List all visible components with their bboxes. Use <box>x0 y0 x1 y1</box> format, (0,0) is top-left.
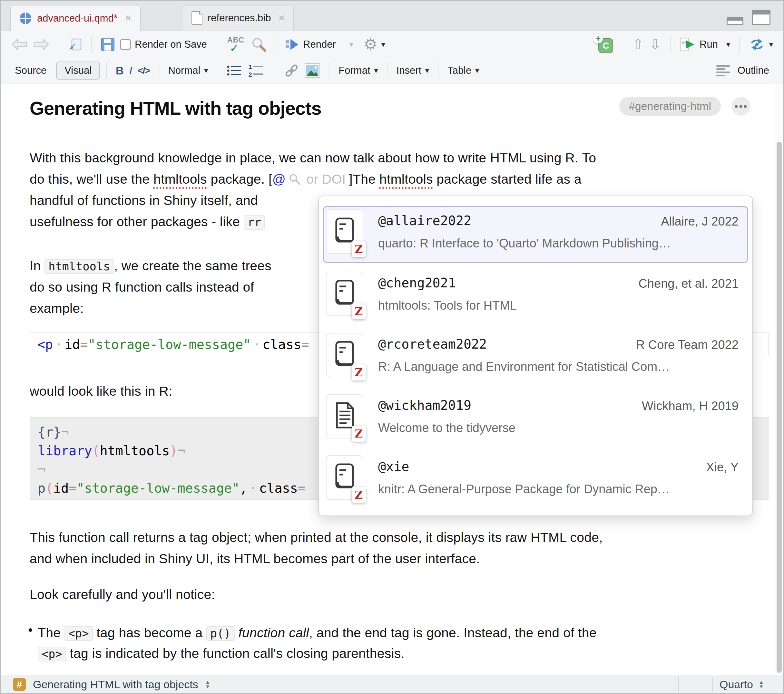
citation-title: htmltools: Tools for HTML <box>378 299 517 312</box>
vertical-scrollbar[interactable] <box>775 84 783 675</box>
format-menu[interactable]: Format ▾ <box>338 65 378 76</box>
insert-menu[interactable]: Insert ▾ <box>397 65 429 76</box>
render-on-save-toggle[interactable]: Render on Save <box>120 39 207 50</box>
text-line: In htmltools, we create the same trees <box>30 255 272 276</box>
citation-author: Wickham, H 2019 <box>642 399 738 413</box>
save-icon <box>100 37 115 51</box>
source-mode-button[interactable]: Source <box>15 65 46 76</box>
citation-item-rcoreteam2022[interactable]: Z @rcoreteam2022 R Core Team 2022 R: A L… <box>324 330 747 386</box>
text-line: and when included in Shiny UI, its HTML … <box>30 548 603 569</box>
italic-button[interactable]: I <box>129 64 132 77</box>
book-icon: Z <box>326 209 363 254</box>
bullet-list-button[interactable] <box>226 64 243 77</box>
zotero-badge: Z <box>352 426 366 442</box>
insert-link-button[interactable] <box>283 63 300 78</box>
document-mode-selector[interactable]: Quarto ▲▼ <box>720 675 764 693</box>
popout-button[interactable] <box>68 38 82 51</box>
close-icon[interactable]: ✕ <box>125 13 132 23</box>
link-icon <box>283 63 300 78</box>
inline-code: p() <box>206 626 235 641</box>
document-editor[interactable]: Generating HTML with tag objects #genera… <box>1 84 783 675</box>
citation-author: Cheng, et al. 2021 <box>638 277 738 291</box>
document-heading[interactable]: Generating HTML with tag objects <box>30 97 321 119</box>
tab-advanced-ui-qmd[interactable]: advanced-ui.qmd* ✕ <box>10 5 140 31</box>
scrollbar-thumb[interactable] <box>777 142 782 673</box>
chevron-down-icon[interactable]: ▾ <box>769 41 773 48</box>
citation-item-allaire2022[interactable]: Z @allaire2022 Allaire, J 2022 quarto: R… <box>324 207 747 262</box>
jump-previous-button[interactable]: ⇧ <box>632 37 644 51</box>
close-icon[interactable]: ✕ <box>278 13 285 23</box>
citation-item-wickham2019[interactable]: Z @wickham2019 Wickham, H 2019 Welcome t… <box>324 391 747 447</box>
citation-key: @wickham2019 <box>378 398 471 413</box>
code-format-button[interactable]: </> <box>138 65 150 76</box>
quarto-file-icon <box>19 12 32 25</box>
paragraph-r-intro[interactable]: would look like this in R: <box>30 380 173 402</box>
citation-author: Xie, Y <box>706 460 738 474</box>
visual-mode-button[interactable]: Visual <box>56 61 100 80</box>
tab-label: advanced-ui.qmd* <box>37 13 118 24</box>
citation-key: @allaire2022 <box>378 213 471 228</box>
heading-options-button[interactable]: ●●● <box>732 97 751 116</box>
render-settings-button[interactable]: ⚙ ▾ <box>364 37 385 52</box>
render-label: Render <box>303 39 336 50</box>
status-bar: # Generating HTML with tag objects ▲▼ Qu… <box>1 675 783 693</box>
run-button[interactable]: Run ▾ <box>680 37 730 51</box>
statusbar-divider <box>678 677 679 692</box>
tab-label: references.bib <box>208 12 271 24</box>
find-button[interactable] <box>251 37 267 52</box>
zotero-badge: Z <box>352 303 366 319</box>
heading-anchor-badge: #generating-html <box>619 97 721 116</box>
numbered-list-icon: 12 <box>248 64 265 77</box>
chevron-down-icon[interactable]: ▾ <box>349 41 353 48</box>
chevron-down-icon[interactable]: ▾ <box>726 41 730 48</box>
text-line: Look carefully and you'll notice: <box>30 584 215 605</box>
maximize-icon[interactable] <box>752 10 771 25</box>
inline-code: rr <box>244 215 265 230</box>
insert-image-button[interactable] <box>305 63 320 78</box>
render-on-save-checkbox[interactable] <box>120 39 131 50</box>
citation-author: Allaire, J 2022 <box>661 215 738 229</box>
save-button[interactable] <box>100 37 115 51</box>
search-icon <box>251 37 267 52</box>
zotero-badge: Z <box>352 487 366 503</box>
bold-button[interactable]: B <box>116 64 124 77</box>
back-arrow-icon <box>11 38 28 51</box>
down-arrow-icon: ⇩ <box>649 37 661 51</box>
insert-chunk-button[interactable]: C + <box>593 35 614 54</box>
paragraph-style-dropdown[interactable]: Normal ▾ <box>168 65 208 76</box>
source-rerun-button[interactable]: ▾ <box>749 38 773 51</box>
bullet-marker: • <box>28 622 33 638</box>
chevron-down-icon: ▾ <box>374 67 378 74</box>
section-updown-icon[interactable]: ▲▼ <box>205 680 210 689</box>
sync-arrows-icon <box>749 38 765 51</box>
misspelled-word: htmltools <box>379 172 433 187</box>
chevron-down-icon: ▾ <box>475 67 479 74</box>
paragraph-3[interactable]: This function call returns a tag object;… <box>30 527 603 569</box>
minimize-icon[interactable] <box>726 17 743 25</box>
jump-next-button[interactable]: ⇩ <box>649 37 661 51</box>
render-on-save-label: Render on Save <box>135 39 207 50</box>
popout-icon <box>68 38 82 51</box>
editor-tab-bar: advanced-ui.qmd* ✕ references.bib ✕ <box>1 1 783 31</box>
paragraph-2[interactable]: In htmltools, we create the same trees d… <box>30 255 272 319</box>
render-icon <box>285 38 299 51</box>
citation-title: Welcome to the tidyverse <box>378 421 516 435</box>
citation-marker: @ <box>272 172 286 187</box>
numbered-list-button[interactable]: 12 <box>248 64 265 77</box>
outline-toggle-button[interactable]: Outline <box>716 65 769 76</box>
tab-references-bib[interactable]: references.bib ✕ <box>183 5 294 31</box>
spellcheck-button[interactable]: ABC ✓ <box>225 36 246 53</box>
render-button[interactable]: Render ▾ <box>285 38 353 51</box>
back-button[interactable] <box>11 38 28 51</box>
citation-item-cheng2021[interactable]: Z @cheng2021 Cheng, et al. 2021 htmltool… <box>324 269 747 324</box>
table-menu[interactable]: Table ▾ <box>448 65 479 76</box>
chevron-down-icon: ▾ <box>425 67 429 74</box>
paragraph-4[interactable]: Look carefully and you'll notice: <box>30 584 215 605</box>
forward-button[interactable] <box>33 38 49 51</box>
citation-item-xie[interactable]: Z @xie Xie, Y knitr: A General-Purpose P… <box>324 453 747 508</box>
mode-updown-icon: ▲▼ <box>759 680 764 689</box>
file-icon <box>191 11 203 25</box>
citation-search-icon <box>289 170 300 191</box>
current-section-selector[interactable]: Generating HTML with tag objects <box>33 678 198 691</box>
statusbar-divider <box>712 677 713 692</box>
